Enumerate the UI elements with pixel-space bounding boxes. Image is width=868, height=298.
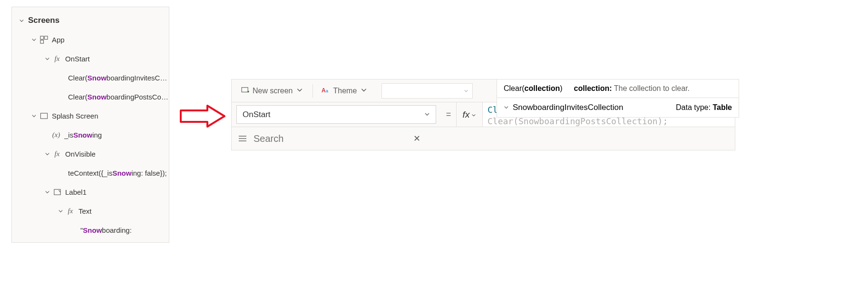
tree-leaf-clear-invites[interactable]: Clear(SnowboardingInvitesColle... <box>12 68 169 87</box>
chevron-down-icon <box>44 189 50 195</box>
new-screen-button[interactable]: New screen <box>236 84 309 98</box>
tree-node-label: _isSnowing <box>64 131 102 139</box>
new-screen-label: New screen <box>253 87 293 95</box>
tree-leaf-label: teContext({_isSnowing: false}); <box>68 169 167 177</box>
tree-leaf-label: Clear(SnowboardingPostsCollec... <box>68 93 169 101</box>
chevron-down-icon <box>504 103 509 112</box>
chevron-down-icon <box>44 56 50 61</box>
tree-leaf-label: Clear(SnowboardingInvitesColle... <box>68 74 169 82</box>
chevron-down-icon <box>360 87 368 95</box>
toolbar-combo[interactable] <box>381 83 473 99</box>
fx-icon: fx <box>463 109 470 120</box>
param-description: collection: The collection to clear. <box>574 84 690 93</box>
tree-node-label: OnStart <box>65 55 90 63</box>
chevron-down-icon <box>424 110 430 119</box>
intellisense-tooltip: Clear(collection) collection: The collec… <box>497 79 739 118</box>
chevron-down-icon <box>295 87 304 95</box>
chevron-down-icon <box>19 18 24 23</box>
svg-rect-3 <box>40 113 47 118</box>
tree-node-text[interactable]: fx Text <box>12 201 169 220</box>
tree-node-label: Label1 <box>65 188 87 196</box>
tree-node-label: Splash Screen <box>52 112 98 120</box>
tree-node-splash[interactable]: Splash Screen <box>12 106 169 125</box>
tree-node-onstart[interactable]: fx OnStart <box>12 49 169 68</box>
tree-leaf-clear-posts[interactable]: Clear(SnowboardingPostsCollec... <box>12 87 169 106</box>
signature-help: Clear(collection) collection: The collec… <box>497 79 739 98</box>
variable-icon: (x) <box>52 130 60 139</box>
tree-node-label: Text <box>78 207 92 215</box>
tree-leaf-snowboarding[interactable]: "Snowboarding: <box>12 220 169 239</box>
toolbar-divider <box>312 84 313 98</box>
svg-rect-2 <box>40 40 43 43</box>
chevron-down-icon <box>44 151 50 157</box>
tree-heading-screens[interactable]: Screens <box>12 11 169 30</box>
app-icon <box>39 35 48 44</box>
fx-icon: fx <box>53 149 61 158</box>
fx-icon: fx <box>66 207 75 215</box>
tree-node-onvisible[interactable]: fx OnVisible <box>12 144 169 163</box>
svg-rect-6 <box>242 87 248 92</box>
signature-text: Clear(collection) <box>504 84 563 93</box>
tree-node-label: OnVisible <box>65 150 96 158</box>
svg-text:a: a <box>326 89 328 93</box>
fx-icon: fx <box>53 54 61 63</box>
chevron-down-icon <box>58 208 63 214</box>
chevron-down-icon <box>471 109 476 120</box>
property-selector[interactable]: OnStart <box>236 105 436 124</box>
fx-dropdown[interactable]: fx <box>456 102 483 127</box>
theme-label: Theme <box>333 87 357 95</box>
theme-button[interactable]: Aa Theme <box>317 84 373 98</box>
tree-node-label1[interactable]: Label1 <box>12 182 169 201</box>
annotation-arrow-icon <box>179 105 226 128</box>
search-bar: ✕ <box>232 127 735 150</box>
tree-view-panel: Screens App fx OnStart Clear(Snowboardin… <box>11 7 169 243</box>
property-selector-value: OnStart <box>243 110 271 119</box>
chevron-down-icon <box>31 37 37 42</box>
tree-leaf-tecontext[interactable]: teContext({_isSnowing: false}); <box>12 163 169 182</box>
svg-rect-1 <box>44 36 48 39</box>
tree-leaf-label: "Snowboarding: <box>80 226 132 234</box>
equals-label: = <box>441 102 456 127</box>
intellisense-item[interactable]: SnowboardingInvitesCollection Data type:… <box>497 98 739 117</box>
label-icon <box>53 188 61 196</box>
svg-text:A: A <box>322 87 326 93</box>
intellisense-datatype: Data type: Table <box>676 103 732 112</box>
tree-node-issnowing[interactable]: (x) _isSnowing <box>12 125 169 144</box>
svg-rect-4 <box>54 189 60 194</box>
chevron-down-icon <box>31 113 37 119</box>
screen-icon <box>39 111 48 120</box>
tree-node-label: App <box>52 36 65 44</box>
tree-heading-label: Screens <box>28 16 59 25</box>
new-screen-icon <box>241 87 250 95</box>
clear-search-icon[interactable]: ✕ <box>413 133 428 144</box>
theme-icon: Aa <box>322 87 330 95</box>
intellisense-item-name: SnowboardingInvitesCollection <box>513 103 623 112</box>
search-input[interactable] <box>254 133 413 144</box>
tree-node-app[interactable]: App <box>12 30 169 49</box>
svg-rect-0 <box>40 36 43 39</box>
hamburger-icon[interactable] <box>232 135 254 142</box>
chevron-down-icon <box>464 87 468 95</box>
